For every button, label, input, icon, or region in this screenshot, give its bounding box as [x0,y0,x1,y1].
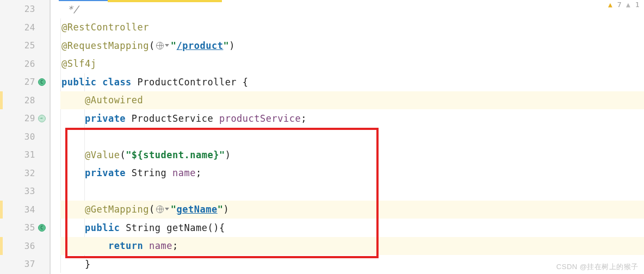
marker-blue [59,0,108,1]
gutter-row: 30 [2,128,47,146]
code-line: @Value("${student.name}") [60,146,644,164]
code-line [60,182,644,201]
gutter-row: 25 [2,36,47,55]
code-line: @Slf4j [60,55,644,73]
code-line: @RequestMapping("/product") [60,36,644,55]
gutter-row: 33 [2,182,47,201]
web-url-icon[interactable] [156,205,170,213]
gutter-row: 36 [2,237,47,256]
code-line: @RestController [60,18,644,37]
chevron-down-icon [164,207,170,212]
warning-triangle-icon: ▲ [608,1,612,9]
gutter-row: 24 [2,18,47,37]
line-number: 33 [24,186,47,196]
gutter-row: 32 [2,164,47,183]
code-line: private ProductService productService; [60,109,644,128]
scrollbar-vertical[interactable] [637,0,644,274]
line-number: 32 [24,168,47,178]
code-area[interactable]: */ @RestController @RequestMapping("/pro… [50,0,644,274]
line-number: 34 [24,204,47,215]
marker-yellow [108,0,222,2]
gutter-row: 37 [2,255,47,273]
gutter-row: 27 [2,73,47,91]
warning-count-yellow: 7 [617,1,622,9]
bean-navigation-icon[interactable] [38,114,46,123]
watermark: CSDN @挂在树上的猴子 [556,262,639,272]
code-line: @Autowired [60,91,644,110]
line-number: 24 [24,22,47,33]
code-line [60,128,644,146]
class-navigation-icon[interactable] [38,78,46,86]
gutter-row: 23 [2,0,47,18]
code-line: public String getName(){ [60,219,644,237]
line-number: 30 [24,132,47,142]
gutter-row: 28 [2,91,47,110]
line-number: 25 [24,40,47,51]
warning-indicator-gray[interactable]: ▲ 1 [626,1,640,9]
top-breadcrumb-markers [59,0,222,2]
gutter-row: 29 [2,109,47,128]
warning-triangle-icon: ▲ [626,1,630,9]
web-url-icon[interactable] [156,42,170,49]
globe-icon [156,205,164,213]
code-line: */ [60,0,644,18]
gutter[interactable]: 23 24 25 26 27 28 29 30 31 32 33 34 35 3… [0,0,50,274]
chevron-down-icon [164,43,170,48]
code-line: return name; [60,237,644,256]
code-editor: ▲ 7 ▲ 1 23 24 25 26 27 28 29 30 31 32 33… [0,0,644,274]
line-number: 28 [24,95,47,105]
warning-indicator-yellow[interactable]: ▲ 7 [608,1,622,9]
gutter-row: 31 [2,146,47,164]
code-line: @GetMapping("getName") [60,201,644,219]
code-line: public class ProductController { [60,73,644,91]
inspection-indicators[interactable]: ▲ 7 ▲ 1 [608,1,640,9]
line-number: 26 [24,59,47,69]
line-number: 37 [24,259,47,269]
line-number: 31 [24,150,47,160]
line-number: 23 [24,4,47,14]
endpoint-navigation-icon[interactable] [38,223,46,232]
gutter-row: 35 [2,219,47,237]
globe-icon [156,42,164,49]
warning-count-gray: 1 [635,1,640,9]
code-line: private String name; [60,164,644,183]
gutter-row: 34 [2,201,47,219]
gutter-row: 26 [2,55,47,73]
line-number: 36 [24,241,47,251]
